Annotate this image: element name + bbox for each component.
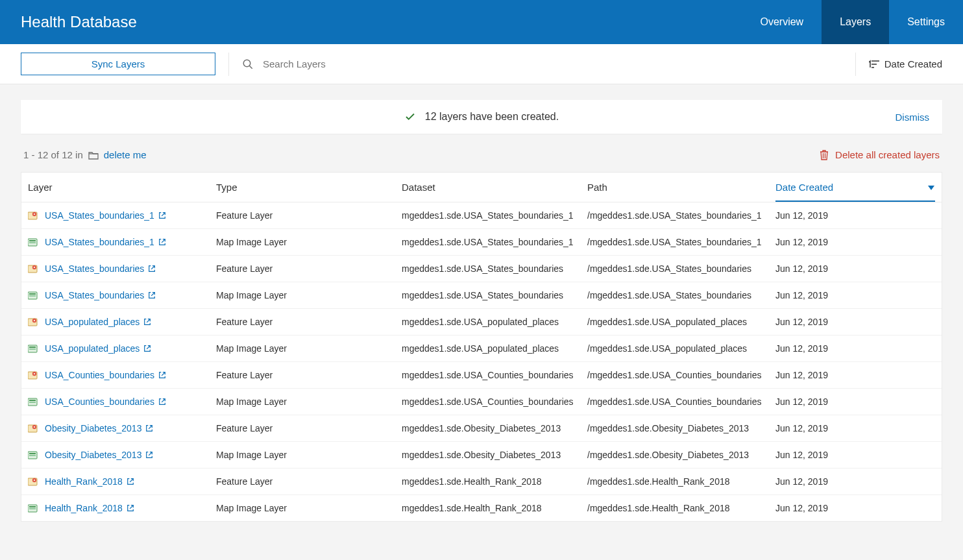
table-row[interactable]: Health_Rank_2018Map Image Layermgeddes1.… bbox=[21, 495, 942, 521]
banner-text: 12 layers have been created. bbox=[425, 111, 559, 123]
external-link-icon[interactable] bbox=[158, 238, 166, 246]
nav-layers[interactable]: Layers bbox=[822, 0, 889, 44]
meta-row: 1 - 12 of 12 in delete me Delete all cre… bbox=[21, 149, 942, 160]
svg-point-0 bbox=[243, 60, 250, 67]
nav-overview[interactable]: Overview bbox=[742, 0, 822, 44]
col-dataset[interactable]: Dataset bbox=[402, 182, 587, 193]
col-type[interactable]: Type bbox=[216, 182, 402, 193]
col-path[interactable]: Path bbox=[587, 182, 775, 193]
external-link-icon[interactable] bbox=[158, 212, 166, 219]
table-row[interactable]: USA_Counties_boundariesMap Image Layermg… bbox=[21, 389, 942, 415]
table-row[interactable]: USA_populated_placesFeature Layermgeddes… bbox=[21, 309, 942, 335]
search-icon bbox=[242, 58, 254, 70]
layer-link[interactable]: USA_States_boundaries_1 bbox=[45, 237, 154, 247]
sort-dropdown[interactable]: Date Created bbox=[869, 58, 942, 69]
cell-date: Jun 12, 2019 bbox=[775, 237, 935, 247]
svg-line-18 bbox=[151, 266, 154, 269]
count-text: 1 - 12 of 12 in bbox=[23, 149, 83, 160]
table-row[interactable]: USA_States_boundaries_1Map Image Layermg… bbox=[21, 229, 942, 256]
svg-line-14 bbox=[162, 239, 165, 243]
nav-settings[interactable]: Settings bbox=[889, 0, 963, 44]
external-link-icon[interactable] bbox=[143, 345, 151, 352]
cell-path: /mgeddes1.sde.USA_Counties_boundaries bbox=[587, 396, 775, 407]
table-row[interactable]: USA_Counties_boundariesFeature Layermged… bbox=[21, 362, 942, 389]
page-title: Health Database bbox=[0, 0, 742, 44]
svg-line-50 bbox=[130, 479, 133, 482]
delete-all-button[interactable]: Delete all created layers bbox=[820, 149, 940, 160]
svg-rect-20 bbox=[29, 293, 36, 295]
svg-line-34 bbox=[162, 372, 165, 376]
cell-type: Map Image Layer bbox=[216, 237, 402, 247]
cell-dataset: mgeddes1.sde.USA_populated_places bbox=[402, 317, 587, 327]
svg-rect-13 bbox=[29, 242, 36, 243]
external-link-icon[interactable] bbox=[148, 291, 156, 299]
col-date[interactable]: Date Created bbox=[775, 182, 935, 202]
svg-line-38 bbox=[162, 399, 165, 402]
cell-date: Jun 12, 2019 bbox=[775, 263, 935, 274]
layer-link[interactable]: USA_Counties_boundaries bbox=[45, 396, 154, 407]
layer-link[interactable]: USA_populated_places bbox=[45, 317, 140, 327]
table-row[interactable]: Obesity_Diabetes_2013Feature Layermgedde… bbox=[21, 415, 942, 442]
svg-line-22 bbox=[151, 293, 154, 296]
table-header: Layer Type Dataset Path Date Created bbox=[21, 173, 942, 202]
layer-link[interactable]: Obesity_Diabetes_2013 bbox=[45, 450, 141, 460]
map-image-layer-icon bbox=[28, 344, 38, 353]
table-row[interactable]: Obesity_Diabetes_2013Map Image Layermged… bbox=[21, 442, 942, 469]
layer-link[interactable]: USA_States_boundaries bbox=[45, 290, 144, 300]
layer-link[interactable]: Health_Rank_2018 bbox=[45, 503, 123, 513]
svg-rect-52 bbox=[29, 506, 36, 507]
sync-layers-button[interactable]: Sync Layers bbox=[21, 53, 215, 75]
cell-date: Jun 12, 2019 bbox=[775, 317, 935, 327]
result-count: 1 - 12 of 12 in delete me bbox=[23, 149, 147, 160]
feature-layer-icon bbox=[28, 424, 38, 433]
cell-type: Feature Layer bbox=[216, 423, 402, 433]
table-row[interactable]: USA_populated_placesMap Image Layermgedd… bbox=[21, 335, 942, 362]
svg-point-9 bbox=[34, 213, 35, 215]
col-date-label: Date Created bbox=[775, 182, 833, 193]
table-row[interactable]: USA_States_boundaries_1Feature Layermged… bbox=[21, 202, 942, 229]
external-link-icon[interactable] bbox=[143, 318, 151, 326]
cell-date: Jun 12, 2019 bbox=[775, 423, 935, 433]
external-link-icon[interactable] bbox=[127, 478, 134, 485]
table-body: USA_States_boundaries_1Feature Layermged… bbox=[21, 202, 942, 521]
external-link-icon[interactable] bbox=[145, 451, 153, 459]
feature-layer-icon bbox=[28, 477, 38, 486]
cell-date: Jun 12, 2019 bbox=[775, 210, 935, 221]
external-link-icon[interactable] bbox=[158, 371, 166, 379]
table-row[interactable]: Health_Rank_2018Feature Layermgeddes1.sd… bbox=[21, 469, 942, 495]
cell-type: Feature Layer bbox=[216, 210, 402, 221]
feature-layer-icon bbox=[28, 264, 38, 273]
layer-link[interactable]: USA_States_boundaries bbox=[45, 263, 144, 274]
svg-line-42 bbox=[149, 426, 152, 429]
folder-link[interactable]: delete me bbox=[104, 149, 147, 160]
cell-dataset: mgeddes1.sde.Obesity_Diabetes_2013 bbox=[402, 450, 587, 460]
header-nav: OverviewLayersSettings bbox=[742, 0, 963, 44]
layer-link[interactable]: Obesity_Diabetes_2013 bbox=[45, 423, 141, 433]
layer-link[interactable]: Health_Rank_2018 bbox=[45, 476, 123, 487]
table-row[interactable]: USA_States_boundariesMap Image Layermged… bbox=[21, 282, 942, 309]
layer-link[interactable]: USA_populated_places bbox=[45, 343, 140, 354]
dismiss-button[interactable]: Dismiss bbox=[896, 112, 930, 123]
external-link-icon[interactable] bbox=[127, 504, 134, 512]
cell-type: Map Image Layer bbox=[216, 343, 402, 354]
external-link-icon[interactable] bbox=[145, 424, 153, 432]
external-link-icon[interactable] bbox=[158, 398, 166, 406]
external-link-icon[interactable] bbox=[148, 265, 156, 273]
feature-layer-icon bbox=[28, 317, 38, 326]
cell-dataset: mgeddes1.sde.Obesity_Diabetes_2013 bbox=[402, 423, 587, 433]
sort-icon bbox=[869, 60, 879, 69]
search-input[interactable] bbox=[263, 58, 457, 69]
table-row[interactable]: USA_States_boundariesFeature Layermgedde… bbox=[21, 256, 942, 282]
cell-path: /mgeddes1.sde.Health_Rank_2018 bbox=[587, 476, 775, 487]
divider bbox=[228, 53, 229, 76]
cell-path: /mgeddes1.sde.USA_populated_places bbox=[587, 343, 775, 354]
header-bar: Health Database OverviewLayersSettings bbox=[0, 0, 963, 44]
sort-label: Date Created bbox=[884, 58, 942, 69]
cell-dataset: mgeddes1.sde.Health_Rank_2018 bbox=[402, 476, 587, 487]
col-layer[interactable]: Layer bbox=[28, 182, 216, 193]
notification-banner: 12 layers have been created. Dismiss bbox=[21, 100, 942, 134]
layer-link[interactable]: USA_States_boundaries_1 bbox=[45, 210, 154, 221]
layer-link[interactable]: USA_Counties_boundaries bbox=[45, 370, 154, 380]
search-wrap bbox=[242, 58, 842, 70]
cell-path: /mgeddes1.sde.USA_Counties_boundaries bbox=[587, 370, 775, 380]
